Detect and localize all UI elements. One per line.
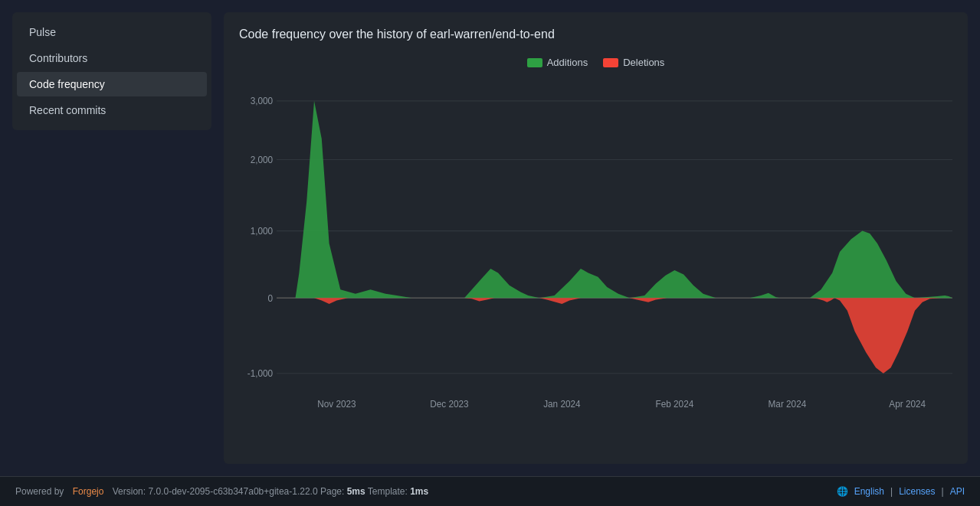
code-frequency-chart: 3,000 2,000 1,000 0 -1,000 Nov 2023 Dec … — [239, 76, 952, 428]
svg-text:3,000: 3,000 — [251, 96, 273, 107]
footer-api-link[interactable]: API — [950, 486, 965, 497]
footer-licenses-link[interactable]: Licenses — [899, 486, 935, 497]
svg-text:-1,000: -1,000 — [247, 368, 273, 380]
footer: Powered by Forgejo Version: 7.0.0-dev-20… — [0, 476, 980, 506]
chart-container: 3,000 2,000 1,000 0 -1,000 Nov 2023 Dec … — [239, 76, 952, 428]
svg-text:2,000: 2,000 — [251, 154, 273, 165]
sidebar: Pulse Contributors Code frequency Recent… — [12, 12, 211, 130]
chart-legend: Additions Deletions — [239, 57, 952, 68]
main-layout: Pulse Contributors Code frequency Recent… — [0, 0, 980, 476]
footer-sep-1: | — [890, 486, 893, 497]
footer-left: Powered by Forgejo Version: 7.0.0-dev-20… — [15, 486, 428, 497]
footer-template-time: 1ms — [410, 486, 428, 497]
sidebar-item-code-frequency[interactable]: Code frequency — [17, 72, 207, 96]
legend-additions: Additions — [527, 57, 588, 68]
svg-text:Nov 2023: Nov 2023 — [317, 398, 356, 410]
svg-text:Apr 2024: Apr 2024 — [889, 398, 926, 410]
svg-text:0: 0 — [268, 292, 274, 304]
page-title: Code frequency over the history of earl-… — [239, 28, 952, 41]
language-selector[interactable]: English — [854, 486, 884, 497]
footer-sep-2: | — [942, 486, 944, 497]
footer-page-time: 5ms — [347, 486, 365, 497]
svg-text:Jan 2024: Jan 2024 — [543, 398, 580, 410]
footer-brand: Forgejo — [73, 486, 104, 497]
sidebar-item-pulse[interactable]: Pulse — [17, 20, 207, 44]
footer-right: 🌐 English | Licenses | API — [837, 486, 965, 497]
footer-version: Version: 7.0.0-dev-2095-c63b347a0b+gitea… — [113, 486, 428, 497]
svg-text:Dec 2023: Dec 2023 — [430, 398, 468, 410]
legend-deletions-label: Deletions — [623, 57, 664, 68]
legend-additions-color — [527, 58, 542, 67]
legend-additions-label: Additions — [547, 57, 588, 68]
svg-text:1,000: 1,000 — [251, 225, 273, 237]
footer-powered-by: Powered by — [15, 486, 64, 497]
sidebar-item-recent-commits[interactable]: Recent commits — [17, 98, 207, 122]
language-icon: 🌐 — [837, 486, 848, 497]
content-area: Code frequency over the history of earl-… — [224, 12, 968, 464]
svg-text:Mar 2024: Mar 2024 — [769, 398, 807, 410]
svg-text:Feb 2024: Feb 2024 — [656, 398, 694, 410]
sidebar-item-contributors[interactable]: Contributors — [17, 46, 207, 70]
legend-deletions-color — [603, 58, 618, 67]
legend-deletions: Deletions — [603, 57, 664, 68]
